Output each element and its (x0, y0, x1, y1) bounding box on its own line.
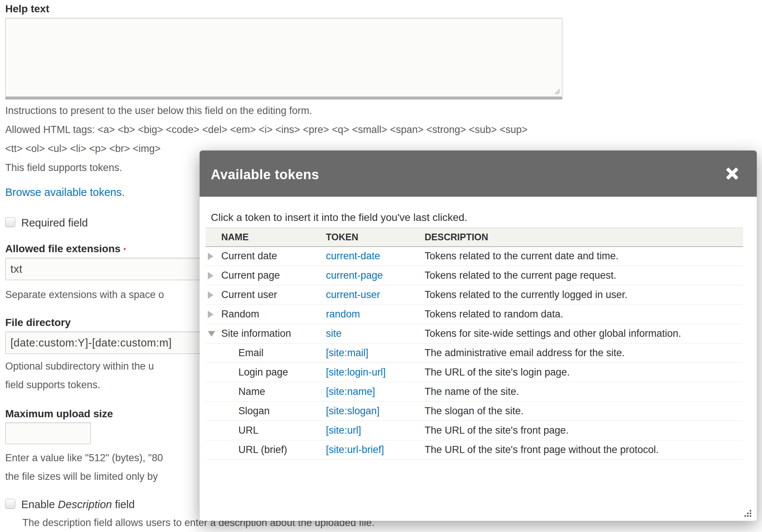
token-cell: [site:slogan] (326, 402, 425, 421)
token-link[interactable]: random (326, 308, 360, 320)
token-description-cell: The slogan of the site. (425, 402, 743, 421)
token-name-cell: Login page (206, 363, 326, 382)
token-description-cell: The URL of the site's front page. (425, 421, 743, 440)
dialog-titlebar[interactable]: Available tokens (200, 151, 757, 197)
token-table-body: Current datecurrent-dateTokens related t… (206, 247, 743, 460)
token-name: Login page (238, 367, 288, 378)
enable-description-label-suffix: field (112, 498, 134, 510)
allowed-extensions-description: Separate extensions with a space o (5, 289, 164, 301)
file-directory-label: File directory (5, 317, 71, 329)
expand-arrow-icon[interactable] (208, 291, 213, 299)
token-table-row: Current datecurrent-dateTokens related t… (206, 247, 743, 266)
token-link[interactable]: [site:mail] (326, 347, 368, 358)
token-table-row: Slogan[site:slogan]The slogan of the sit… (206, 402, 743, 421)
maximum-upload-description-line: Enter a value like "512" (bytes), "80 (5, 452, 163, 464)
required-field-label: Required field (21, 217, 88, 229)
token-name-cell: URL (brief) (206, 440, 326, 460)
token-link[interactable]: current-date (326, 250, 380, 262)
token-name-cell: Current page (206, 266, 326, 285)
allowed-extensions-label-text: Allowed file extensions (5, 243, 121, 254)
help-description-line: Instructions to present to the user belo… (5, 101, 528, 120)
token-table: NAME TOKEN DESCRIPTION Current datecurre… (206, 228, 743, 460)
token-description-cell: Tokens related to the current date and t… (425, 247, 743, 266)
field-settings-page: Help text Instructions to present to the… (0, 0, 762, 532)
token-name: URL (brief) (238, 444, 287, 455)
maximum-upload-size-label: Maximum upload size (5, 408, 113, 420)
token-name-cell: Random (206, 305, 326, 324)
token-cell: [site:name] (326, 382, 425, 402)
token-table-row: RandomrandomTokens related to random dat… (206, 305, 743, 324)
enable-description-label-prefix: Enable (21, 498, 58, 510)
token-description-cell: The administrative email address for the… (425, 343, 743, 363)
enable-description-checkbox[interactable] (5, 499, 15, 509)
token-table-row: Name[site:name]The name of the site. (206, 382, 743, 402)
token-cell: [site:url] (326, 421, 425, 440)
token-link[interactable]: [site:url-brief] (326, 444, 384, 455)
token-name: Name (238, 386, 265, 397)
collapse-arrow-icon[interactable] (208, 331, 215, 336)
token-table-row: Login page[site:login-url]The URL of the… (206, 363, 743, 382)
dialog-resize-grip-icon[interactable] (744, 509, 752, 517)
allowed-extensions-label: Allowed file extensions* (5, 243, 126, 255)
token-link[interactable]: [site:slogan] (326, 405, 380, 417)
enable-description-label-em: Description (58, 498, 112, 510)
token-link[interactable]: [site:name] (326, 386, 375, 397)
token-name-cell: Current date (206, 247, 326, 266)
token-name-cell: Current user (206, 285, 326, 305)
maximum-upload-description-line: the file sizes will be limited only by (5, 471, 158, 482)
required-marker: * (124, 247, 126, 253)
token-name: URL (238, 425, 258, 436)
token-cell: [site:mail] (326, 343, 425, 363)
token-link[interactable]: current-user (326, 289, 380, 300)
token-cell: current-page (326, 266, 425, 285)
textarea-grippie-bar[interactable] (5, 97, 562, 99)
help-text-label: Help text (5, 3, 49, 15)
help-text-textarea[interactable] (5, 18, 562, 97)
token-description-cell: Tokens related to the current page reque… (425, 266, 743, 285)
token-description-cell: Tokens for site-wide settings and other … (425, 324, 743, 343)
token-description-cell: Tokens related to random data. (425, 305, 743, 324)
token-table-row: URL[site:url]The URL of the site's front… (206, 421, 743, 440)
token-description-cell: The name of the site. (425, 382, 743, 402)
token-cell: random (326, 305, 425, 324)
token-name-cell: URL (206, 421, 326, 440)
token-table-header-row: NAME TOKEN DESCRIPTION (206, 228, 743, 247)
token-cell: current-user (326, 285, 425, 305)
token-cell: [site:url-brief] (326, 440, 425, 460)
token-name-cell: Email (206, 343, 326, 363)
maximum-upload-size-input[interactable] (5, 422, 91, 444)
dialog-instruction: Click a token to insert it into the fiel… (211, 212, 467, 224)
expand-arrow-icon[interactable] (208, 311, 213, 318)
token-cell: current-date (326, 247, 425, 266)
file-directory-description-line: field supports tokens. (5, 379, 100, 391)
column-header-name: NAME (206, 228, 326, 247)
column-header-token: TOKEN (326, 228, 425, 247)
expand-arrow-icon[interactable] (208, 253, 213, 260)
token-description-cell: The URL of the site's login page. (425, 363, 743, 382)
token-link[interactable]: current-page (326, 270, 383, 281)
token-description-cell: The URL of the site's front page without… (425, 440, 743, 460)
textarea-resize-grip-icon[interactable] (553, 88, 560, 95)
token-table-row: Current usercurrent-userTokens related t… (206, 285, 743, 305)
token-link[interactable]: [site:login-url] (326, 367, 386, 378)
token-description-cell: Tokens related to the currently logged i… (425, 285, 743, 305)
required-field-checkbox[interactable] (5, 217, 15, 227)
token-cell: [site:login-url] (326, 363, 425, 382)
column-header-description: DESCRIPTION (425, 228, 743, 247)
token-link[interactable]: [site:url] (326, 425, 361, 436)
close-icon[interactable] (725, 166, 740, 181)
token-table-row: Current pagecurrent-pageTokens related t… (206, 266, 743, 285)
help-description-line: Allowed HTML tags: <a> <b> <big> <code> … (5, 120, 528, 139)
token-name: Current page (221, 270, 280, 281)
token-link[interactable]: site (326, 328, 342, 339)
token-name: Slogan (238, 405, 270, 417)
token-name: Current date (221, 250, 277, 262)
file-directory-description-line: Optional subdirectory within the u (5, 361, 154, 372)
available-tokens-dialog: Available tokens Click a token to insert… (200, 151, 757, 521)
token-name-cell: Name (206, 382, 326, 402)
token-table-row: URL (brief)[site:url-brief]The URL of th… (206, 440, 743, 460)
enable-description-label: Enable Description field (21, 498, 135, 511)
expand-arrow-icon[interactable] (208, 272, 213, 279)
browse-available-tokens-link[interactable]: Browse available tokens. (5, 186, 125, 199)
token-table-row: Email[site:mail]The administrative email… (206, 343, 743, 363)
